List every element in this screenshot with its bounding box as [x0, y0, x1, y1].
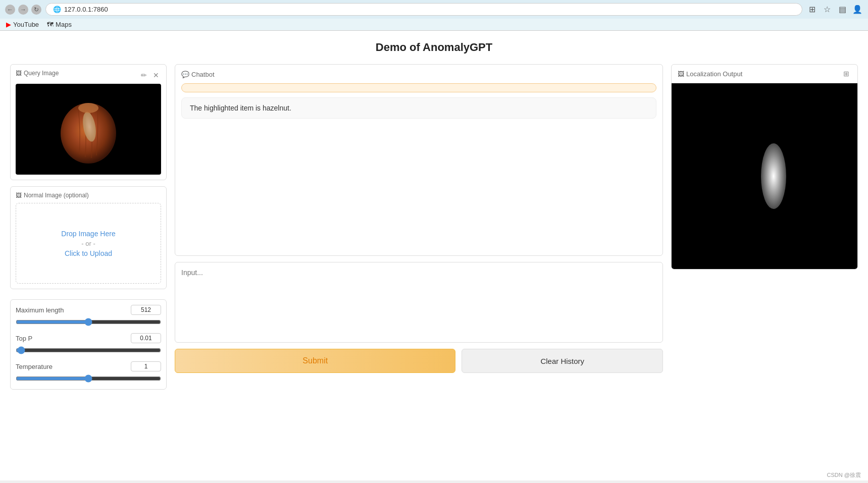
youtube-icon: ▶	[6, 21, 11, 28]
query-image-label: 🖼 Query Image	[16, 70, 59, 77]
svg-point-2	[78, 103, 98, 113]
query-image-panel: 🖼 Query Image ✏ ✕	[10, 64, 167, 180]
browser-chrome: ← → ↻ 🌐 127.0.0.1:7860 ⊞ ☆ ▤ 👤 ▶ YouTube…	[0, 0, 868, 31]
address-bar[interactable]: 🌐 127.0.0.1:7860	[45, 3, 802, 16]
max-length-label: Maximum length	[16, 306, 64, 314]
image-icon: 🖼	[16, 70, 22, 77]
temperature-input[interactable]	[16, 374, 161, 383]
bookmark-star-icon[interactable]: ☆	[822, 4, 833, 15]
footer-text: CSDN @徐震	[827, 471, 861, 479]
reload-button[interactable]: ↻	[31, 5, 41, 15]
maps-icon: 🗺	[47, 21, 54, 28]
localization-icon: 🖼	[678, 70, 684, 78]
browser-toolbar: ← → ↻ 🌐 127.0.0.1:7860 ⊞ ☆ ▤ 👤	[0, 0, 868, 19]
image-icon2: 🖼	[16, 192, 22, 199]
upload-or-text: - or -	[81, 240, 95, 247]
bookmark-maps[interactable]: 🗺 Maps	[47, 21, 72, 28]
forward-button[interactable]: →	[18, 5, 28, 15]
nav-icons: ← → ↻	[5, 5, 41, 15]
middle-panel: 💬 Chatbot The highlighted item is hazeln…	[175, 64, 663, 373]
max-length-value: 512	[131, 305, 161, 315]
top-p-slider-section: Top P 0.01	[16, 333, 161, 361]
edit-button[interactable]: ✏	[139, 70, 149, 80]
query-image-actions: ✏ ✕	[139, 70, 161, 80]
right-panel: 🖼 Localization Output ⊞	[671, 64, 858, 270]
browser-actions: ⊞ ☆ ▤ 👤	[806, 4, 863, 15]
input-textarea[interactable]	[181, 269, 656, 329]
left-panel: 🖼 Query Image ✏ ✕	[10, 64, 167, 390]
localization-header: 🖼 Localization Output ⊞	[672, 65, 857, 83]
bot-response-text: The highlighted item is hazelnut.	[190, 104, 291, 112]
bottom-buttons: Submit Clear History	[175, 349, 663, 373]
app-container: Demo of AnomalyGPT 🖼 Query Image ✏ ✕	[0, 31, 868, 480]
localization-box: 🖼 Localization Output ⊞	[671, 64, 858, 270]
hazelnut-image	[48, 89, 129, 170]
temperature-label: Temperature	[16, 363, 53, 370]
localization-label: Localization Output	[686, 70, 742, 78]
chatbot-box: 💬 Chatbot The highlighted item is hazeln…	[175, 64, 663, 256]
max-length-slider-section: Maximum length 512	[16, 305, 161, 333]
anomaly-heatmap-blob	[761, 143, 786, 209]
max-length-input[interactable]	[16, 318, 161, 326]
query-image-header: 🖼 Query Image ✏ ✕	[16, 70, 161, 81]
chatbot-user-bubble	[181, 83, 656, 92]
profile-icon[interactable]: 👤	[852, 4, 863, 15]
translate-icon[interactable]: ⊞	[806, 4, 818, 15]
temperature-row: Temperature 1	[16, 361, 161, 371]
input-box[interactable]	[175, 262, 663, 343]
top-p-row: Top P 0.01	[16, 333, 161, 343]
submit-button[interactable]: Submit	[175, 349, 455, 373]
top-p-input[interactable]	[16, 346, 161, 354]
chatbot-header: 💬 Chatbot	[181, 71, 656, 78]
security-icon: 🌐	[53, 6, 61, 13]
normal-image-label: 🖼 Normal Image (optional)	[16, 192, 161, 199]
max-length-row: Maximum length 512	[16, 305, 161, 315]
youtube-label: YouTube	[13, 21, 39, 28]
close-button[interactable]: ✕	[151, 70, 161, 80]
chatbot-label: Chatbot	[191, 71, 215, 78]
sliders-panel: Maximum length 512 Top P 0.01	[10, 299, 167, 390]
temperature-slider-section: Temperature 1	[16, 361, 161, 384]
localization-image-area	[672, 83, 857, 269]
url-text: 127.0.0.1:7860	[64, 6, 108, 13]
bookmarks-bar: ▶ YouTube 🗺 Maps	[0, 19, 868, 30]
chatbot-response-bubble: The highlighted item is hazelnut.	[181, 97, 656, 119]
bookmark-youtube[interactable]: ▶ YouTube	[6, 21, 39, 28]
top-p-label: Top P	[16, 335, 32, 342]
localization-label-group: 🖼 Localization Output	[678, 70, 742, 78]
expand-button[interactable]: ⊞	[841, 69, 851, 79]
normal-image-panel: 🖼 Normal Image (optional) Drop Image Her…	[10, 186, 167, 289]
temperature-value: 1	[131, 361, 161, 371]
main-layout: 🖼 Query Image ✏ ✕	[10, 64, 858, 390]
upload-click-text: Click to Upload	[65, 249, 112, 257]
chatbot-icon: 💬	[181, 71, 189, 78]
sidebar-icon[interactable]: ▤	[837, 4, 848, 15]
app-title: Demo of AnomalyGPT	[10, 41, 858, 54]
query-image-display	[16, 84, 161, 175]
maps-label: Maps	[56, 21, 72, 28]
upload-area[interactable]: Drop Image Here - or - Click to Upload	[16, 203, 161, 284]
clear-history-button[interactable]: Clear History	[462, 349, 663, 373]
upload-drop-text: Drop Image Here	[61, 230, 115, 238]
top-p-value: 0.01	[131, 333, 161, 343]
back-button[interactable]: ←	[5, 5, 15, 15]
